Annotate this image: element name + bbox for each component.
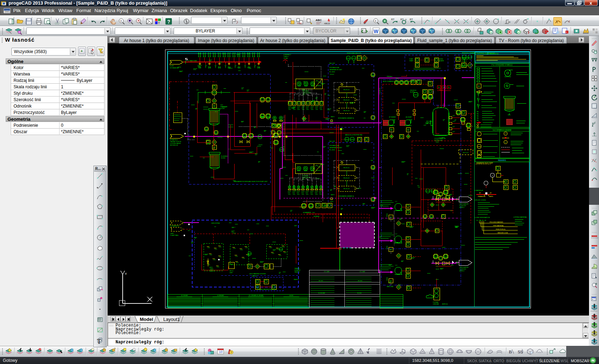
svg-text:FUNCTION (1): FUNCTION (1): [496, 228, 506, 230]
svg-text:TAG LIST: TAG LIST: [329, 141, 335, 142]
svg-text:±: ±: [120, 19, 122, 22]
svg-text:P & I STANDARD SYMBOLS: P & I STANDARD SYMBOLS: [492, 64, 512, 66]
svg-text:C-1: C-1: [395, 201, 397, 202]
svg-text:C-3: C-3: [395, 265, 397, 266]
svg-text:MCC: MCC: [396, 77, 399, 79]
svg-text:P02: P02: [371, 160, 373, 161]
svg-text:ACID CLEANING SYSTEM AND AIR C: ACID CLEANING SYSTEM AND AIR COMPLEX UNI…: [383, 80, 418, 82]
svg-text:FireW: FireW: [170, 65, 174, 67]
svg-text:AUT: AUT: [295, 225, 297, 227]
svg-text:M: M: [390, 129, 393, 131]
svg-text:RT: RT: [410, 18, 413, 21]
svg-text:BMPS: BMPS: [489, 196, 493, 197]
svg-text:E: E: [438, 87, 439, 88]
svg-text:FILTER: FILTER: [220, 108, 225, 109]
svg-text:ABCD: ABCD: [324, 22, 330, 25]
svg-text:GENERATOR UNIT: GENERATOR UNIT: [329, 147, 342, 149]
svg-text:FA: FA: [477, 111, 478, 113]
svg-text:FA: FA: [477, 117, 478, 119]
svg-text:ALARM: ALARM: [439, 60, 444, 62]
svg-text:SEA AIR: SEA AIR: [295, 268, 300, 269]
svg-text:B-FRESH: B-FRESH: [314, 216, 319, 217]
svg-text:P: P: [379, 93, 380, 95]
svg-text:INTEGRATED GENSET A: INTEGRATED GENSET A: [338, 196, 354, 197]
svg-text:EXHAUST: EXHAUST: [295, 270, 301, 271]
svg-text:E6-41-4-3: E6-41-4-3: [344, 110, 350, 111]
svg-text:E: E: [448, 87, 449, 88]
svg-text:24-09: 24-09: [436, 269, 439, 270]
svg-text:RETURN CW: RETURN CW: [170, 145, 178, 146]
svg-text:COOLING WATER: COOLING WATER: [170, 143, 181, 144]
svg-text:PAGE 71: PAGE 71: [295, 271, 300, 273]
svg-text:TO HA: TO HA: [283, 58, 288, 59]
svg-text:SEA WATER FILTERS AND INJECTIO: SEA WATER FILTERS AND INJECTION PUMP UNI…: [234, 181, 268, 182]
svg-text:T: T: [158, 21, 160, 25]
svg-text:OIL WATER IN: OIL WATER IN: [170, 225, 179, 227]
svg-text:FA: FA: [477, 115, 478, 117]
svg-text:90: 90: [508, 21, 511, 23]
svg-text:DWG: DWG: [5, 11, 10, 13]
svg-text:TO BOOST: TO BOOST: [459, 205, 466, 207]
svg-text:SUPPLY: SUPPLY: [459, 270, 465, 272]
svg-text:65-302 A/B: 65-302 A/B: [318, 292, 325, 294]
svg-text:Y: Y: [405, 19, 407, 21]
svg-text:BAY 7: BAY 7: [232, 227, 235, 228]
svg-text:OLD: OLD: [220, 104, 223, 106]
svg-text:LEVEL: LEVEL: [439, 58, 443, 60]
svg-text:M: M: [390, 249, 392, 251]
svg-text:M: M: [407, 129, 409, 131]
svg-text:E6-41-4-3: E6-41-4-3: [344, 188, 350, 189]
svg-text:DRY AND WASHING INJECTION: DRY AND WASHING INJECTION: [257, 289, 276, 290]
svg-text:BT: BT: [479, 192, 481, 194]
svg-text:KM: KM: [297, 22, 302, 25]
svg-text:PUMP: PUMP: [409, 58, 413, 60]
svg-text:E: E: [443, 87, 444, 88]
svg-text:FA: FA: [477, 113, 478, 115]
svg-text:REGULATOR: REGULATOR: [302, 177, 310, 178]
svg-text:BB-MBA: BB-MBA: [273, 126, 278, 128]
svg-text:MDE 1: MDE 1: [331, 194, 335, 196]
svg-text:TEA SALT B SPOR: TEA SALT B SPOR: [170, 141, 181, 142]
svg-text:B: B: [509, 349, 512, 354]
svg-text:MEDIUM CODE: MEDIUM CODE: [498, 232, 508, 234]
svg-text:MONITORED AIR OUT: MONITORED AIR OUT: [347, 53, 361, 54]
svg-text:3-FLUID CODES: 3-FLUID CODES: [475, 199, 486, 201]
svg-text:BANK FILTER: BANK FILTER: [273, 124, 281, 126]
svg-text:BIG WALL: BIG WALL: [426, 121, 432, 122]
svg-text:b-P: b-P: [453, 126, 455, 128]
svg-text:V501: V501: [436, 141, 439, 143]
svg-text:M: M: [211, 103, 211, 103]
svg-text:E6-41-4-1: E6-41-4-1: [344, 167, 350, 168]
svg-text:C-2: C-2: [395, 233, 397, 235]
svg-text:ABC: ABC: [316, 19, 322, 22]
svg-text:CWR SYSTEM: CWR SYSTEM: [211, 223, 220, 224]
svg-text:1-LINE DESIGNATION: 1-LINE DESIGNATION: [475, 217, 490, 218]
svg-text:06-MJ: 06-MJ: [289, 295, 293, 296]
svg-text:?: ?: [39, 348, 41, 351]
svg-text:A-SEAWATER: A-SEAWATER: [303, 212, 311, 213]
svg-text:65-304: 65-304: [357, 292, 362, 294]
svg-text:DRIP: DRIP: [170, 233, 174, 234]
svg-text:TI: TI: [492, 175, 493, 176]
svg-text:ION EXCH: ION EXCH: [410, 90, 416, 91]
svg-text:?: ?: [231, 351, 232, 354]
svg-text:RT: RT: [391, 18, 395, 21]
svg-text:S: S: [379, 88, 380, 89]
svg-text:MODULE & NUMERIC: MODULE & NUMERIC: [462, 52, 476, 54]
svg-text:10: 10: [219, 350, 222, 354]
svg-text:FLUSHING: FLUSHING: [221, 156, 227, 157]
svg-text:PLANT WALL: PLANT WALL: [170, 235, 179, 236]
svg-text:INTEGRATED GENSET A: INTEGRATED GENSET A: [338, 118, 354, 119]
svg-text:6"-MA-F-OMS: 6"-MA-F-OMS: [188, 60, 197, 62]
svg-text:+: +: [490, 31, 492, 34]
svg-text:E6-1-0-3: E6-1-0-3: [463, 152, 469, 154]
svg-text:PAGE G: PAGE G: [294, 279, 299, 280]
svg-text:b-P: b-P: [453, 131, 455, 132]
svg-text:PIPE MATERIAL: PIPE MATERIAL: [493, 225, 504, 227]
svg-text:b-P: b-P: [453, 115, 455, 116]
svg-text:& PERFECT: & PERFECT: [283, 54, 291, 56]
svg-text:12-8M A/B: 12-8M A/B: [217, 295, 224, 296]
svg-text:REGULATOR: REGULATOR: [303, 92, 311, 94]
svg-text:REMARKS: REMARKS: [498, 160, 506, 161]
svg-text:E6-41-4-2: E6-41-4-2: [344, 99, 350, 101]
